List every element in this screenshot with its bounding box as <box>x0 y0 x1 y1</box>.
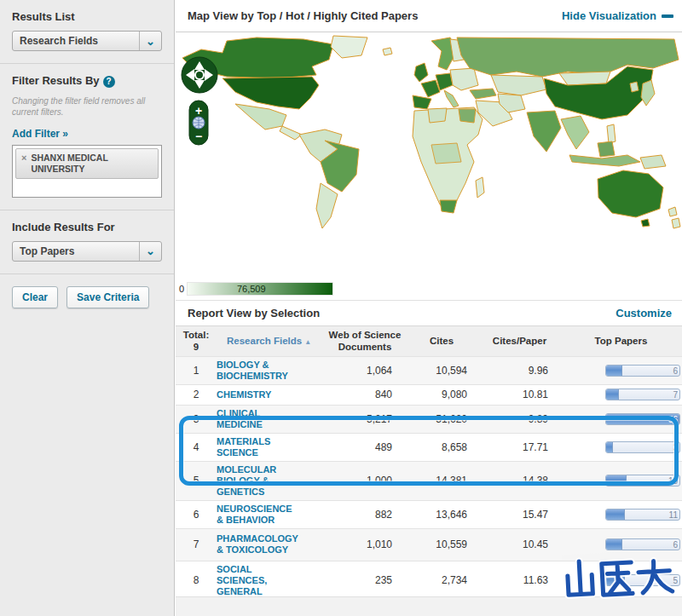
row-rank: 6 <box>176 509 217 521</box>
row-rank: 3 <box>176 413 217 425</box>
top-papers-bar: 7 <box>605 389 680 400</box>
field-link[interactable]: CHEMISTRY <box>217 387 299 403</box>
table-header-row: Total: 9 Research Fields▲ Web of Science… <box>176 325 682 357</box>
column-header-documents[interactable]: Web of Science Documents <box>326 330 404 354</box>
total-count: Total: 9 <box>176 330 217 354</box>
top-papers-bar: 56 <box>605 413 680 425</box>
results-list-selected: Research Fields <box>13 35 98 47</box>
docs-value: 840 <box>326 389 404 400</box>
include-section-title: Include Results For <box>12 221 162 233</box>
minus-icon <box>662 14 673 18</box>
results-list-dropdown[interactable]: Research Fields ⌄ <box>12 31 162 51</box>
filter-chip-label: SHANXI MEDICAL UNIVERSITY <box>31 153 142 175</box>
filter-section: Filter Results By? Changing the filter f… <box>0 64 174 210</box>
table-row: 5 MOLECULAR BIOLOGY & GENETICS 1,000 14,… <box>176 462 682 501</box>
top-papers-bar: 10 <box>605 475 680 486</box>
cites-value: 9,080 <box>404 389 479 400</box>
field-link[interactable]: NEUROSCIENCE & BEHAVIOR <box>217 501 299 528</box>
legend-gradient-bar: 76,509 <box>187 282 333 296</box>
field-link[interactable]: BIOLOGY & BIOCHEMISTRY <box>217 357 299 384</box>
world-map-svg[interactable]: + − <box>176 33 682 282</box>
legend-min-value: 0 <box>179 284 184 294</box>
cites-value: 13,646 <box>404 509 479 521</box>
map-zoom-control[interactable]: + − <box>189 101 208 145</box>
column-header-cites-per-paper[interactable]: Cites/Paper <box>479 336 560 348</box>
customize-link[interactable]: Customize <box>616 307 672 320</box>
map-view-header: Map View by Top / Hot / Highly Cited Pap… <box>176 0 682 32</box>
cites-per-paper-value: 10.45 <box>479 538 560 550</box>
help-icon[interactable]: ? <box>103 76 115 88</box>
cites-per-paper-value: 14.38 <box>479 475 560 486</box>
cites-per-paper-value: 11.63 <box>479 574 560 586</box>
column-header-cites[interactable]: Cites <box>404 336 479 348</box>
filter-chip[interactable]: × SHANXI MEDICAL UNIVERSITY <box>15 148 159 179</box>
field-link[interactable]: PHARMACOLOGY & TOXICOLOGY <box>217 531 299 558</box>
legend-max-value: 76,509 <box>237 284 266 294</box>
world-map[interactable]: + − 0 76,509 <box>176 33 682 282</box>
docs-value: 5,217 <box>326 413 404 425</box>
map-view-title: Map View by Top / Hot / Highly Cited Pap… <box>188 9 418 22</box>
docs-value: 882 <box>326 509 404 521</box>
filter-section-title: Filter Results By? <box>12 74 162 88</box>
row-rank: 4 <box>176 441 217 453</box>
row-rank: 1 <box>176 365 217 377</box>
top-papers-bar: 3 <box>605 441 680 453</box>
docs-value: 489 <box>326 441 404 453</box>
cites-value: 10,559 <box>404 538 479 550</box>
map-legend: 0 76,509 <box>179 282 333 296</box>
sidebar-buttons: Clear Save Criteria <box>0 274 174 320</box>
row-rank: 5 <box>176 475 217 486</box>
field-link[interactable]: SOCIAL SCIENCES, GENERAL <box>217 561 299 600</box>
map-pan-control[interactable] <box>182 57 217 93</box>
filter-box: × SHANXI MEDICAL UNIVERSITY <box>12 145 162 198</box>
table-row: 3 CLINICAL MEDICINE 5,217 51,620 9.89 56 <box>176 406 682 434</box>
hide-visualization-link[interactable]: Hide Visualization <box>562 9 673 22</box>
docs-value: 1,010 <box>326 538 404 550</box>
table-row: 1 BIOLOGY & BIOCHEMISTRY 1,064 10,594 9.… <box>176 357 682 385</box>
save-criteria-button[interactable]: Save Criteria <box>66 286 149 308</box>
top-papers-bar: 11 <box>605 509 680 521</box>
results-list-section: Results List Research Fields ⌄ <box>0 0 174 64</box>
top-papers-value: 10 <box>668 475 678 486</box>
cites-value: 51,620 <box>404 413 479 425</box>
sort-asc-icon: ▲ <box>304 338 311 346</box>
top-papers-bar: 6 <box>605 365 680 377</box>
row-rank: 7 <box>176 538 217 550</box>
cites-value: 2,734 <box>404 574 479 586</box>
cites-per-paper-value: 9.96 <box>479 365 560 377</box>
chevron-down-icon[interactable]: ⌄ <box>139 32 161 50</box>
field-link[interactable]: MOLECULAR BIOLOGY & GENETICS <box>217 462 299 500</box>
cites-value: 10,594 <box>404 365 479 377</box>
field-link[interactable]: CLINICAL MEDICINE <box>217 406 299 433</box>
docs-value: 235 <box>326 574 404 586</box>
include-section: Include Results For Top Papers ⌄ <box>0 210 174 274</box>
top-papers-value: 56 <box>668 414 678 425</box>
report-view-title: Report View by Selection <box>188 307 320 320</box>
cites-value: 14,381 <box>404 475 479 486</box>
cites-per-paper-value: 15.47 <box>479 509 560 521</box>
zoom-in-icon: + <box>195 104 202 118</box>
results-list-title: Results List <box>12 10 162 23</box>
table-row: 6 NEUROSCIENCE & BEHAVIOR 882 13,646 15.… <box>176 501 682 529</box>
top-papers-value: 3 <box>673 442 678 453</box>
include-results-selected: Top Papers <box>13 245 74 257</box>
top-papers-value: 6 <box>673 366 678 377</box>
report-view-header: Report View by Selection Customize <box>176 300 682 325</box>
watermark-calligraphy <box>556 549 679 606</box>
docs-value: 1,000 <box>326 475 404 486</box>
row-rank: 2 <box>176 389 217 400</box>
include-results-dropdown[interactable]: Top Papers ⌄ <box>12 241 162 262</box>
clear-button[interactable]: Clear <box>12 286 58 308</box>
sidebar: Results List Research Fields ⌄ Filter Re… <box>0 0 175 616</box>
cites-per-paper-value: 10.81 <box>479 389 560 400</box>
remove-filter-icon[interactable]: × <box>21 153 26 175</box>
chevron-down-icon[interactable]: ⌄ <box>139 242 161 261</box>
add-filter-link[interactable]: Add Filter » <box>12 128 68 140</box>
main-panel: Map View by Top / Hot / Highly Cited Pap… <box>176 0 682 616</box>
column-header-research-fields[interactable]: Research Fields▲ <box>217 336 326 348</box>
column-header-top-papers[interactable]: Top Papers <box>560 336 682 348</box>
field-link[interactable]: MATERIALS SCIENCE <box>217 434 299 461</box>
table-row: 4 MATERIALS SCIENCE 489 8,658 17.71 3 <box>176 434 682 462</box>
watermark: 山医大 <box>556 549 679 609</box>
row-rank: 8 <box>176 574 217 586</box>
